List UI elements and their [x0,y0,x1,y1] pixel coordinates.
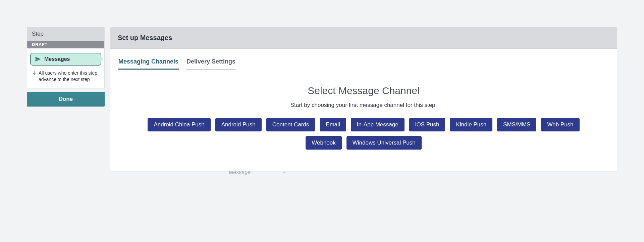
advance-hint-text: All users who enter this step advance to… [39,70,100,83]
done-button[interactable]: Done [27,92,105,107]
channel-buttons: Android China Push Android Push Content … [118,118,609,150]
arrow-down-icon [32,71,37,75]
channel-button[interactable]: In-App Message [351,118,405,131]
page-title: Set up Messages [118,34,609,42]
tab-delivery-settings[interactable]: Delivery Settings [186,56,236,70]
channel-select-subtext: Start by choosing your first message cha… [118,102,609,109]
tabs: Messaging Channels Delivery Settings [118,56,609,70]
channel-button[interactable]: Kindle Push [450,118,492,131]
main-header: Set up Messages [110,27,617,49]
sidebar-step-card: Step DRAFT Messages All users who enter … [27,27,105,88]
sidebar-body: Messages All users who enter this step a… [27,48,104,88]
channel-button[interactable]: Web Push [541,118,579,131]
channel-button[interactable]: Content Cards [266,118,315,131]
step-header: Step [27,27,104,41]
tab-messaging-channels[interactable]: Messaging Channels [118,56,179,70]
main-panel: Set up Messages Messaging Channels Deliv… [110,27,617,171]
channel-button[interactable]: SMS/MMS [497,118,536,131]
messages-step-label: Messages [44,56,70,62]
main-content: Messaging Channels Delivery Settings Sel… [110,49,617,163]
channel-button[interactable]: Windows Universal Push [346,136,422,150]
channel-select-area: Select Message Channel Start by choosing… [118,85,609,150]
channel-button[interactable]: Email [320,118,346,131]
channel-button[interactable]: Webhook [306,136,342,150]
messages-step-chip[interactable]: Messages [31,53,101,65]
sidebar: Step DRAFT Messages All users who enter … [27,27,105,107]
channel-button[interactable]: Android Push [215,118,262,131]
channel-button[interactable]: iOS Push [409,118,445,131]
channel-select-heading: Select Message Channel [118,85,609,96]
advance-hint: All users who enter this step advance to… [31,70,101,83]
channel-button[interactable]: Android China Push [148,118,210,131]
paper-plane-icon [35,56,41,62]
status-badge: DRAFT [27,41,104,48]
